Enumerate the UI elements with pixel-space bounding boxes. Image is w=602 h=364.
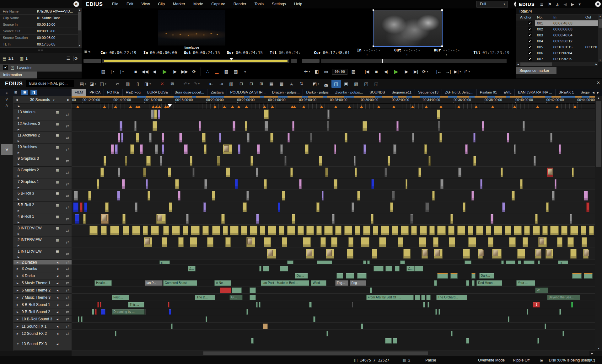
ripple-mode-icon[interactable]: ◨ [30, 90, 37, 95]
loudness-button[interactable]: ▨ [352, 80, 361, 88]
tab-break-1[interactable]: BREAK 1 [556, 89, 578, 96]
track-header-8-b-roll-sound-1[interactable]: ▶8 B-Roll Sound 1◄⇄ [13, 301, 72, 308]
video-clip[interactable] [320, 237, 326, 247]
video-clip[interactable] [225, 237, 231, 247]
scroll-up-icon[interactable]: ▲ [78, 8, 82, 12]
overwrite-to-timeline-button[interactable]: ▂ [212, 67, 222, 76]
track-header-3-zvonko[interactable]: ▶3 Zvonko◄⇄ [13, 265, 72, 272]
track-header-9-graphics-3[interactable]: 9 Graphics 3▦▶⇄ [13, 155, 72, 167]
video-clip[interactable] [73, 202, 78, 212]
scroll-thumb[interactable] [599, 19, 602, 28]
sequence-marker-icon[interactable] [245, 104, 248, 108]
video-clip[interactable] [217, 156, 220, 166]
position-pointer[interactable] [229, 58, 233, 62]
audio-clip[interactable]: D... [159, 260, 170, 264]
audio-clip[interactable]: Red Moon... [476, 280, 502, 286]
video-clip[interactable] [552, 191, 554, 201]
video-clip[interactable] [310, 133, 312, 142]
menu-marker[interactable]: Marker [169, 0, 189, 8]
video-clip[interactable] [449, 237, 455, 247]
position-track[interactable] [321, 59, 507, 63]
audio-clip[interactable]: Fog ... [350, 280, 366, 286]
sequence-marker-icon[interactable] [320, 104, 323, 108]
video-clip[interactable] [396, 121, 399, 131]
video-clip[interactable] [284, 156, 287, 166]
video-clip[interactable] [202, 226, 209, 235]
track-header-3-interview[interactable]: 3 INTERVIEW▦▶⇄ [13, 225, 72, 236]
video-clip[interactable] [235, 179, 238, 189]
delete-inout-button[interactable]: ⊠ [168, 80, 177, 88]
ripple-delete-button[interactable]: ⊟ [237, 80, 246, 88]
audio-clip[interactable] [435, 309, 437, 315]
sequence-marker-icon[interactable] [360, 104, 363, 108]
video-clip[interactable] [373, 226, 378, 235]
sequence-marker-icon[interactable] [439, 104, 443, 108]
audio-clip[interactable] [426, 295, 430, 300]
track-header-9-b-roll-sound-2[interactable]: ▶9 B-Roll Sound 2◄⇄ [13, 308, 72, 315]
scroll-thumb[interactable] [596, 101, 601, 167]
patch-icon[interactable]: ⇄ [66, 310, 69, 314]
prev-clip-button[interactable]: |◀ [362, 67, 372, 76]
timeline-ruler[interactable]: 0000:12:00:0000:14:00:0000:16:00:0000:18… [72, 96, 595, 104]
video-clip[interactable] [557, 237, 562, 247]
close-icon[interactable]: ✕ [73, 1, 79, 7]
track-header-1-interview[interactable]: 1 INTERVIEW▦▶⇄ [13, 248, 72, 260]
recorder-shuttle[interactable] [302, 58, 514, 64]
video-clip[interactable] [433, 237, 438, 247]
video-clip[interactable] [179, 133, 182, 142]
sequence-marker-icon[interactable] [103, 104, 106, 108]
tab-film[interactable]: FILM [72, 89, 86, 96]
video-clip[interactable] [162, 144, 164, 154]
sequence-marker-icon[interactable] [491, 104, 494, 108]
video-clip[interactable] [163, 226, 169, 235]
video-clip[interactable] [104, 156, 106, 166]
sequence-marker-icon[interactable] [425, 104, 428, 108]
audio-clip[interactable] [584, 273, 593, 279]
video-clip[interactable] [146, 179, 148, 189]
video-clip[interactable] [316, 226, 322, 235]
position-pointer[interactable] [382, 59, 383, 63]
video-clip[interactable] [117, 191, 120, 201]
video-clip[interactable] [190, 156, 192, 166]
video-clip[interactable] [491, 214, 493, 224]
scroll-thumb[interactable] [520, 62, 552, 66]
add-to-bin-button[interactable]: ▦ [222, 67, 231, 76]
audio-clip[interactable] [545, 324, 546, 329]
video-clip[interactable] [547, 168, 553, 177]
video-clip[interactable] [473, 133, 476, 142]
video-clip[interactable] [468, 226, 473, 235]
audio-clip[interactable]: From Afar by Salt Of T... [366, 295, 414, 300]
audio-clip[interactable] [280, 266, 288, 271]
insert-to-timeline-button[interactable]: ∴ [203, 67, 212, 76]
add-cut-point-button[interactable]: ▥ [227, 80, 236, 88]
audio-clip[interactable]: Cornered Beast... [163, 280, 197, 286]
audio-clip[interactable]: W... [535, 287, 548, 293]
paste-special-button[interactable]: ◨▼ [143, 80, 153, 88]
audio-clip[interactable] [472, 280, 474, 286]
video-clip[interactable] [156, 214, 166, 224]
video-clip[interactable] [437, 110, 440, 119]
track-header-2-drazen[interactable]: ▶2 Drazen◄⇄ [13, 260, 72, 265]
video-clip[interactable] [132, 226, 140, 235]
tab-bura-duse-pocet-[interactable]: Bura duse-pocet... [171, 89, 207, 96]
shuttle-handle[interactable] [83, 59, 101, 63]
track-header-2-interview[interactable]: 2 INTERVIEW▦▶⇄ [13, 237, 72, 248]
video-clip[interactable] [75, 214, 79, 224]
video-clip[interactable] [306, 226, 314, 235]
audio-clip[interactable] [537, 338, 540, 344]
video-clip[interactable] [411, 226, 417, 235]
undo-button[interactable]: ↶▼ [182, 80, 191, 88]
video-clip[interactable] [488, 237, 493, 247]
video-clip[interactable] [118, 133, 120, 142]
marker-import-export-icon[interactable]: ◭ [556, 2, 559, 7]
video-clip[interactable] [480, 179, 482, 189]
sequence-marker-icon[interactable] [231, 104, 234, 108]
audio-clip[interactable] [400, 260, 405, 264]
tab-drazen-potpis-[interactable]: Drazen - potpis... [269, 89, 303, 96]
video-clip[interactable] [428, 156, 431, 166]
patch-icon[interactable]: ⇄ [66, 136, 69, 140]
vector-scope-button[interactable]: ◰ [362, 80, 371, 88]
patch-icon[interactable]: ⇄ [66, 228, 69, 233]
video-clip[interactable] [178, 237, 184, 247]
audio-clip[interactable] [532, 260, 535, 264]
